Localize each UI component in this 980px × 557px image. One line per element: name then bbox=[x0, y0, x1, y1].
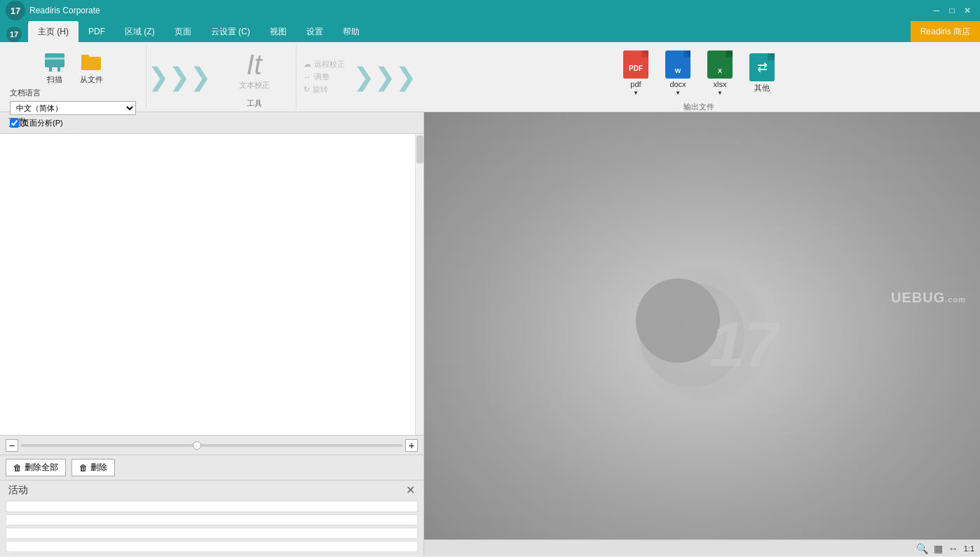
zoom-out-button[interactable]: − bbox=[6, 439, 18, 452]
activity-header: 活动 ✕ bbox=[0, 481, 423, 499]
pdf-dropdown-arrow: ▼ bbox=[633, 90, 639, 96]
app-logo-tab: 17 bbox=[6, 27, 22, 42]
tab-page[interactable]: 页面 bbox=[165, 21, 201, 42]
rotate-label: 旋转 bbox=[313, 84, 328, 95]
app-title: Readiris Corporate bbox=[29, 6, 100, 15]
tab-cloud[interactable]: 云设置 (C) bbox=[201, 21, 260, 42]
fromfile-button[interactable]: 从文件 bbox=[76, 48, 107, 88]
rotate-item: ↻ 旋转 bbox=[304, 84, 345, 95]
other-icon: ⇄ bbox=[749, 53, 775, 81]
trash-all-icon: 🗑 bbox=[13, 463, 22, 473]
svg-rect-0 bbox=[45, 53, 64, 67]
pages-content bbox=[0, 134, 423, 435]
left-panel: 页数 − + 🗑 删除全部 🗑 删除 bbox=[0, 112, 424, 556]
app-logo: 17 bbox=[6, 1, 25, 20]
other-button[interactable]: ⇄ 其他 bbox=[744, 51, 780, 96]
scrollbar-thumb bbox=[416, 135, 423, 163]
activity-row bbox=[6, 501, 418, 512]
remote-correction-label: 远程校正 bbox=[314, 59, 345, 69]
activity-row bbox=[6, 541, 418, 552]
scan-icon bbox=[43, 51, 66, 73]
text-icon: It bbox=[246, 51, 261, 79]
tools-group: It 文本校正 工具 bbox=[212, 45, 297, 109]
zoom-level: 1:1 bbox=[964, 544, 974, 553]
pdf-icon: PDF bbox=[623, 51, 648, 79]
tab-help[interactable]: 帮助 bbox=[333, 21, 369, 42]
svg-rect-1 bbox=[45, 58, 64, 60]
arrow-icon-6: ❯ bbox=[395, 65, 416, 90]
arrows-group-2: ❯ ❯ ❯ bbox=[352, 45, 418, 109]
text-correction-btn[interactable]: It 文本校正 bbox=[236, 48, 273, 93]
zoom-search-icon[interactable]: 🔍 bbox=[916, 543, 928, 554]
minimize-button[interactable]: ─ bbox=[930, 4, 944, 18]
doc-lang-label: 文档语言 bbox=[10, 88, 136, 98]
scan-button[interactable]: 扫描 bbox=[39, 48, 70, 88]
grid-icon[interactable]: ▦ bbox=[934, 543, 943, 554]
language-select[interactable]: 中文（简体） bbox=[10, 101, 136, 115]
tab-view[interactable]: 视图 bbox=[260, 21, 297, 42]
arrow-icon-3: ❯ bbox=[190, 65, 211, 90]
store-button[interactable]: Readiris 商店 bbox=[911, 21, 980, 42]
docx-dropdown-arrow: ▼ bbox=[675, 90, 681, 96]
activity-rows bbox=[0, 499, 423, 556]
docx-label: docx bbox=[669, 80, 686, 88]
delete-all-button[interactable]: 🗑 删除全部 bbox=[6, 459, 66, 476]
output-group: PDF pdf ▼ W bbox=[418, 45, 980, 109]
activity-title: 活动 bbox=[8, 484, 28, 497]
svg-rect-2 bbox=[49, 67, 52, 72]
delete-all-label: 删除全部 bbox=[25, 462, 58, 474]
page-analysis-input[interactable] bbox=[10, 119, 19, 128]
trash-icon: 🗑 bbox=[79, 463, 88, 473]
svg-point-18 bbox=[636, 278, 720, 363]
activity-panel: 活动 ✕ bbox=[0, 480, 423, 556]
tools-group-label: 工具 bbox=[247, 95, 262, 109]
xlsx-button[interactable]: X xlsx ▼ bbox=[702, 48, 738, 99]
cloud-icon: ☁ bbox=[304, 60, 311, 69]
adjust-icon: ↔ bbox=[304, 73, 311, 81]
docx-button[interactable]: W docx ▼ bbox=[660, 48, 696, 99]
ribbon-tab-bar: 17 主页 (H) PDF 区域 (Z) 页面 云设置 (C) 视图 设置 帮助… bbox=[0, 21, 980, 42]
arrow-icon-4: ❯ bbox=[353, 65, 374, 90]
pages-scrollbar[interactable] bbox=[415, 134, 423, 435]
title-bar-controls: ─ □ ✕ bbox=[930, 4, 974, 18]
ribbon-tabs: 17 主页 (H) PDF 区域 (Z) 页面 云设置 (C) 视图 设置 帮助… bbox=[0, 21, 980, 42]
right-panel: UEBUG.com 17 🔍 ▦ ↔ 1:1 bbox=[424, 112, 980, 556]
acquire-group: 扫描 从文件 文档语言 中文（简体） 页面分析(P) 获 bbox=[0, 45, 147, 109]
adjust-item: ↔ 调整 bbox=[304, 72, 345, 82]
page-analysis-label: 页面分析(P) bbox=[22, 118, 63, 128]
text-correction-label: 文本校正 bbox=[239, 80, 270, 90]
logo-svg: 17 bbox=[625, 257, 780, 412]
remote-correction-item: ☁ 远程校正 bbox=[304, 59, 345, 69]
title-bar-left: 17 Readiris Corporate bbox=[6, 1, 100, 20]
zoom-in-button[interactable]: + bbox=[405, 439, 418, 452]
page-analysis-checkbox[interactable]: 页面分析(P) bbox=[10, 118, 136, 128]
uebug-watermark: UEBUG.com bbox=[891, 290, 966, 306]
activity-row bbox=[6, 528, 418, 539]
arrow-icon-5: ❯ bbox=[374, 65, 395, 90]
delete-bar: 🗑 删除全部 🗑 删除 bbox=[0, 455, 423, 480]
close-button[interactable]: ✕ bbox=[960, 4, 974, 18]
svg-text:17: 17 bbox=[709, 309, 780, 380]
tab-settings[interactable]: 设置 bbox=[297, 21, 333, 42]
maximize-button[interactable]: □ bbox=[945, 4, 959, 18]
xlsx-dropdown-arrow: ▼ bbox=[717, 90, 723, 96]
tab-pdf[interactable]: PDF bbox=[79, 21, 115, 42]
acquire-content: 扫描 从文件 bbox=[39, 48, 107, 88]
fit-icon[interactable]: ↔ bbox=[948, 543, 958, 554]
adjust-label: 调整 bbox=[314, 72, 329, 82]
pdf-button[interactable]: PDF pdf ▼ bbox=[618, 48, 654, 99]
zoom-slider[interactable] bbox=[21, 444, 402, 447]
pdf-label: pdf bbox=[630, 80, 641, 88]
delete-button[interactable]: 🗑 删除 bbox=[72, 459, 115, 476]
zoom-bar: − + bbox=[0, 435, 423, 455]
tab-zone[interactable]: 区域 (Z) bbox=[115, 21, 165, 42]
activity-row bbox=[6, 514, 418, 525]
main-content: 页数 − + 🗑 删除全部 🗑 删除 bbox=[0, 112, 980, 556]
activity-close-button[interactable]: ✕ bbox=[406, 483, 415, 497]
zoom-slider-thumb bbox=[193, 441, 201, 450]
svg-rect-3 bbox=[57, 67, 60, 72]
tab-home[interactable]: 主页 (H) bbox=[28, 21, 79, 42]
status-bar: 🔍 ▦ ↔ 1:1 bbox=[424, 539, 980, 556]
fromfile-label: 从文件 bbox=[80, 74, 103, 85]
remote-group: ☁ 远程校正 ↔ 调整 ↻ 旋转 bbox=[297, 45, 352, 109]
